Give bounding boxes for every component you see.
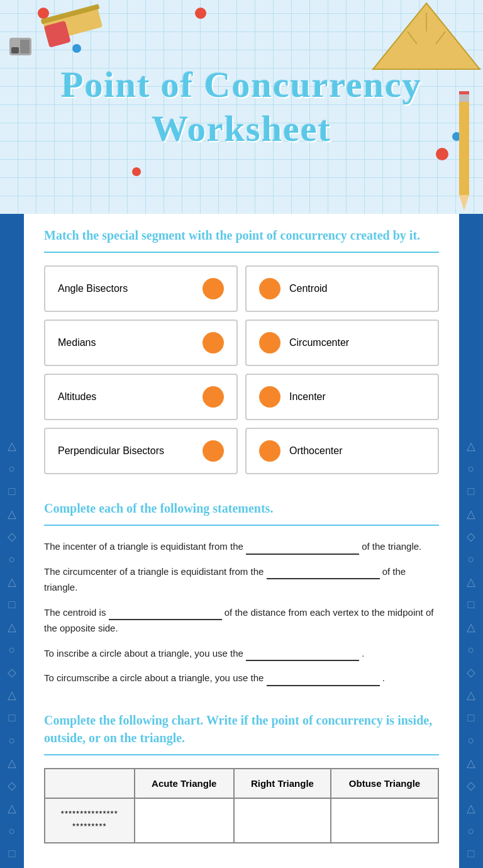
fill-blank-5[interactable] [267, 674, 380, 686]
sidebar-icon-18: ○ [9, 825, 16, 837]
statement-1: The incenter of a triangle is equidistan… [44, 538, 439, 555]
rsidebar-icon-16: ◇ [467, 780, 475, 791]
sidebar-icon-4: △ [8, 508, 16, 520]
chart-row-1: ************************ [45, 798, 438, 843]
title-line2: Worksheet [152, 108, 331, 149]
match-circle-medians[interactable] [203, 332, 224, 353]
match-box-circumcenter[interactable]: Circumcenter [245, 320, 439, 366]
match-circle-incenter[interactable] [259, 386, 280, 408]
rsidebar-icon-5: ◇ [467, 531, 475, 542]
match-label-circumcenter: Circumcenter [289, 337, 349, 348]
matching-divider [44, 252, 439, 253]
match-box-centroid[interactable]: Centroid [245, 265, 439, 312]
dot-red-top-center [195, 8, 206, 19]
matching-header: Match the special segment with the point… [44, 226, 439, 244]
sidebar-icon-8: □ [9, 599, 16, 610]
eraser-icon [38, 0, 113, 50]
sidebar-icon-1: △ [8, 440, 16, 452]
match-label-altitudes: Altitudes [58, 391, 96, 403]
chart-col-0 [45, 769, 135, 798]
statement-2: The circumcenter of a triangle is equidi… [44, 564, 439, 596]
matching-grid: Angle Bisectors Centroid Medians Circumc… [44, 265, 439, 474]
match-label-perp-bisectors: Perpendicular Bisectors [58, 445, 164, 457]
title-line1: Point of Concurrency [61, 64, 422, 105]
rsidebar-icon-19: □ [468, 848, 475, 859]
match-box-medians[interactable]: Medians [44, 320, 238, 366]
statement-2-before: The circumcenter of a triangle is equidi… [44, 566, 264, 577]
left-sidebar-icons: △ ○ □ △ ◇ ○ △ □ △ ○ ◇ △ □ ○ △ ◇ △ ○ □ △ [0, 428, 24, 868]
sharpener-icon [6, 31, 38, 63]
chart-col-3: Obtuse Triangle [331, 769, 438, 798]
chart-divider [44, 754, 439, 755]
sidebar-icon-19: □ [9, 848, 16, 859]
sidebar-icon-3: □ [9, 486, 16, 497]
chart-col-1: Acute Triangle [135, 769, 234, 798]
chart-section: Complete the following chart. Write if t… [44, 711, 439, 844]
rsidebar-icon-13: □ [468, 712, 475, 723]
sidebar-icon-17: △ [8, 803, 16, 814]
match-circle-angle-bisectors[interactable] [203, 278, 224, 299]
statement-1-after: of the triangle. [362, 541, 421, 552]
sidebar-icon-5: ◇ [8, 531, 16, 542]
match-circle-centroid[interactable] [259, 278, 280, 299]
rsidebar-icon-17: △ [467, 803, 475, 814]
rsidebar-icon-4: △ [467, 508, 475, 520]
page-wrapper: Point of Concurrency Worksheet △ ○ □ △ ◇… [0, 0, 483, 868]
match-circle-orthocenter[interactable] [259, 440, 280, 462]
statement-1-before: The incenter of a triangle is equidistan… [44, 541, 243, 552]
left-sidebar: △ ○ □ △ ◇ ○ △ □ △ ○ ◇ △ □ ○ △ ◇ △ ○ □ △ [0, 214, 24, 868]
right-sidebar-icons: △ ○ □ △ ◇ ○ △ □ △ ○ ◇ △ □ ○ △ ◇ △ ○ □ △ [459, 428, 483, 868]
rsidebar-icon-15: △ [467, 757, 475, 769]
chart-table: Acute Triangle Right Triangle Obtuse Tri… [44, 768, 439, 844]
match-circle-altitudes[interactable] [203, 386, 224, 408]
chart-header-row: Acute Triangle Right Triangle Obtuse Tri… [45, 769, 438, 798]
svg-rect-13 [459, 91, 469, 94]
fill-blank-2[interactable] [267, 567, 380, 579]
statement-4-after: . [362, 648, 364, 659]
rsidebar-icon-11: ◇ [467, 667, 475, 678]
sidebar-icon-13: □ [9, 712, 16, 723]
statement-5-before: To circumscribe a circle about a triangl… [44, 672, 264, 683]
statement-4-before: To inscribe a circle about a triangle, y… [44, 648, 243, 659]
match-box-orthocenter[interactable]: Orthocenter [245, 428, 439, 474]
sidebar-icon-7: △ [8, 576, 16, 587]
statement-5: To circumscribe a circle about a triangl… [44, 670, 439, 686]
fill-blank-3[interactable] [109, 608, 222, 620]
sidebar-icon-6: ○ [9, 554, 16, 565]
matching-section: Match the special segment with the point… [44, 226, 439, 474]
svg-rect-8 [11, 47, 19, 53]
rsidebar-icon-12: △ [467, 689, 475, 701]
sidebar-icon-2: ○ [9, 463, 16, 474]
match-circle-circumcenter[interactable] [259, 332, 280, 353]
rsidebar-icon-2: ○ [468, 463, 475, 474]
svg-rect-10 [459, 94, 469, 195]
statement-3-before: The centroid is [44, 607, 106, 618]
match-circle-perp-bisectors[interactable] [203, 440, 224, 462]
match-box-incenter[interactable]: Incenter [245, 374, 439, 420]
statements-divider [44, 525, 439, 526]
pencil-icon [445, 88, 483, 214]
chart-row-1-acute[interactable] [135, 798, 234, 843]
rsidebar-icon-14: ○ [468, 735, 475, 746]
dot-red-bottom-center [132, 167, 141, 176]
match-box-altitudes[interactable]: Altitudes [44, 374, 238, 420]
fill-blank-4[interactable] [246, 648, 359, 661]
chart-row-1-obtuse[interactable] [331, 798, 438, 843]
sidebar-icon-10: ○ [9, 644, 16, 655]
rsidebar-icon-9: △ [467, 621, 475, 633]
match-label-centroid: Centroid [289, 283, 327, 294]
fill-blank-1[interactable] [246, 542, 359, 555]
svg-rect-9 [20, 40, 30, 53]
match-box-angle-bisectors[interactable]: Angle Bisectors [44, 265, 238, 312]
right-sidebar: △ ○ □ △ ◇ ○ △ □ △ ○ ◇ △ □ ○ △ ◇ △ ○ □ △ [459, 214, 483, 868]
rsidebar-icon-8: □ [468, 599, 475, 610]
header-title: Point of Concurrency Worksheet [48, 50, 435, 163]
svg-marker-11 [459, 195, 469, 211]
sidebar-icon-16: ◇ [8, 780, 16, 791]
match-box-perp-bisectors[interactable]: Perpendicular Bisectors [44, 428, 238, 474]
sidebar-icon-9: △ [8, 621, 16, 633]
match-label-orthocenter: Orthocenter [289, 445, 342, 457]
chart-row-1-right[interactable] [234, 798, 331, 843]
sidebar-icon-15: △ [8, 757, 16, 769]
statement-5-after: . [382, 672, 385, 683]
